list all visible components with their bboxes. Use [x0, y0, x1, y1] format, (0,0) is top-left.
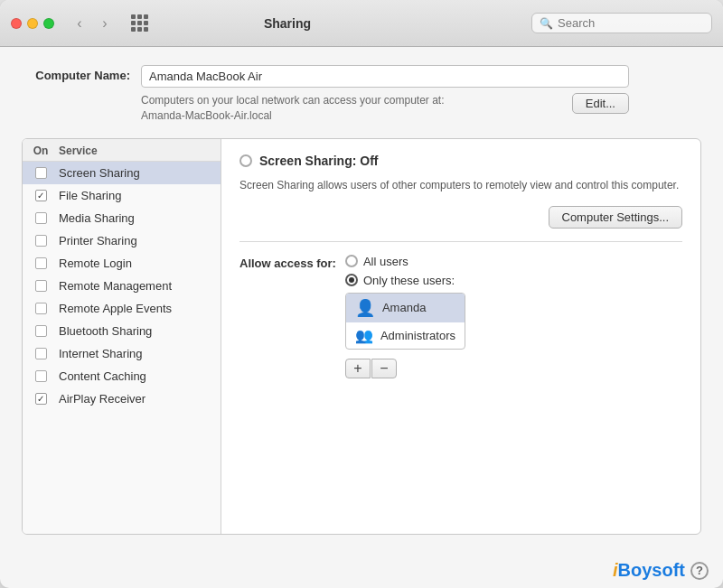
airplay-receiver-label: AirPlay Receiver — [59, 392, 221, 406]
list-controls: + − — [345, 359, 465, 378]
screen-sharing-label: Screen Sharing — [59, 166, 221, 180]
screen-sharing-checkbox-cell — [23, 167, 59, 179]
content-caching-label: Content Caching — [59, 369, 221, 383]
all-users-radio[interactable] — [345, 255, 358, 267]
grid-icon — [131, 14, 148, 32]
bluetooth-sharing-checkbox[interactable] — [35, 325, 47, 337]
airplay-receiver-checkbox[interactable]: ✓ — [35, 393, 47, 405]
media-sharing-label: Media Sharing — [59, 211, 221, 225]
bluetooth-sharing-checkbox-cell — [23, 325, 59, 337]
internet-sharing-label: Internet Sharing — [59, 347, 221, 360]
maximize-button[interactable] — [43, 18, 54, 29]
remote-management-checkbox-cell — [23, 280, 59, 292]
search-icon: 🔍 — [540, 17, 553, 30]
window-title: Sharing — [159, 16, 416, 31]
sidebar-item-internet-sharing[interactable]: Internet Sharing — [23, 342, 221, 365]
remote-login-checkbox[interactable] — [35, 257, 47, 269]
screen-sharing-toggle[interactable] — [239, 154, 252, 167]
sharing-header: Screen Sharing: Off — [239, 154, 682, 168]
sidebar-item-remote-login[interactable]: Remote Login — [23, 252, 221, 275]
file-sharing-label: File Sharing — [59, 189, 221, 202]
nav-buttons: ‹ › — [69, 13, 116, 34]
sidebar-item-bluetooth-sharing[interactable]: Bluetooth Sharing — [23, 320, 221, 342]
airplay-receiver-checkbox-cell: ✓ — [23, 393, 59, 405]
main-panel: On Service Screen Sharing ✓ — [22, 138, 701, 535]
only-these-users-row: Only these users: — [345, 274, 465, 287]
printer-sharing-label: Printer Sharing — [59, 234, 221, 247]
computer-name-row: Computer Name: Computers on your local n… — [22, 65, 701, 124]
remote-apple-events-checkbox[interactable] — [35, 303, 47, 314]
grid-button[interactable] — [127, 13, 152, 34]
computer-settings-button[interactable]: Computer Settings... — [549, 206, 683, 229]
divider — [239, 241, 682, 242]
screen-sharing-desc: Screen Sharing allows users of other com… — [239, 177, 682, 193]
computer-name-right: Computers on your local network can acce… — [141, 65, 701, 124]
brand-name: Boysoft — [618, 560, 685, 580]
brand-logo: iBoysoft — [613, 560, 685, 581]
sidebar-item-airplay-receiver[interactable]: ✓ AirPlay Receiver — [23, 387, 221, 410]
sidebar: On Service Screen Sharing ✓ — [23, 139, 221, 534]
traffic-lights — [11, 18, 54, 29]
content-area: Computer Name: Computers on your local n… — [0, 47, 723, 553]
user-item-administrators[interactable]: 👥 Administrators — [346, 322, 465, 349]
all-users-label: All users — [363, 255, 408, 268]
computer-name-desc: Computers on your local network can acce… — [141, 93, 444, 124]
internet-sharing-checkbox[interactable] — [35, 348, 47, 359]
computer-name-label: Computer Name: — [22, 65, 130, 82]
file-sharing-checkbox-cell: ✓ — [23, 190, 59, 201]
edit-button[interactable]: Edit... — [572, 93, 629, 114]
printer-sharing-checkbox-cell — [23, 235, 59, 247]
window: ‹ › Sharing 🔍 Computer Name: Compute — [0, 0, 723, 588]
user-item-amanda[interactable]: 👤 Amanda — [346, 294, 465, 322]
sidebar-item-content-caching[interactable]: Content Caching — [23, 365, 221, 387]
only-these-users-label: Only these users: — [363, 274, 455, 287]
content-caching-checkbox-cell — [23, 370, 59, 382]
sidebar-item-remote-management[interactable]: Remote Management — [23, 275, 221, 297]
printer-sharing-checkbox[interactable] — [35, 235, 47, 247]
remote-management-label: Remote Management — [59, 279, 221, 293]
help-button[interactable]: ? — [690, 562, 709, 580]
screen-sharing-checkbox[interactable] — [35, 167, 47, 179]
remote-apple-events-checkbox-cell — [23, 303, 59, 314]
close-button[interactable] — [11, 18, 22, 29]
sidebar-item-remote-apple-events[interactable]: Remote Apple Events — [23, 297, 221, 320]
group-icon-administrators: 👥 — [355, 327, 373, 344]
remove-user-button[interactable]: − — [371, 359, 397, 378]
sidebar-item-printer-sharing[interactable]: Printer Sharing — [23, 229, 221, 252]
media-sharing-checkbox[interactable] — [35, 212, 47, 224]
add-user-button[interactable]: + — [345, 359, 371, 378]
user-name-amanda: Amanda — [382, 301, 426, 314]
sidebar-col-service: Service — [59, 145, 221, 157]
remote-login-label: Remote Login — [59, 257, 221, 270]
remote-apple-events-label: Remote Apple Events — [59, 302, 221, 315]
back-button[interactable]: ‹ — [69, 13, 90, 34]
user-name-administrators: Administrators — [380, 329, 455, 342]
file-sharing-checkbox[interactable]: ✓ — [35, 190, 47, 201]
forward-button[interactable]: › — [94, 13, 116, 34]
sidebar-item-media-sharing[interactable]: Media Sharing — [23, 207, 221, 229]
access-options: All users Only these users: 👤 Amanda — [345, 255, 465, 378]
content-caching-checkbox[interactable] — [35, 370, 47, 382]
only-these-users-radio[interactable] — [345, 274, 358, 286]
cn-sub-row: Computers on your local network can acce… — [141, 93, 629, 124]
search-input[interactable] — [558, 16, 693, 30]
remote-login-checkbox-cell — [23, 257, 59, 269]
media-sharing-checkbox-cell — [23, 212, 59, 224]
sidebar-header: On Service — [23, 139, 221, 162]
minimize-button[interactable] — [27, 18, 38, 29]
right-panel: Screen Sharing: Off Screen Sharing allow… — [221, 139, 700, 534]
sidebar-item-screen-sharing[interactable]: Screen Sharing — [23, 162, 221, 184]
user-icon-amanda: 👤 — [355, 298, 375, 318]
remote-management-checkbox[interactable] — [35, 280, 47, 292]
sidebar-item-file-sharing[interactable]: ✓ File Sharing — [23, 184, 221, 207]
bottom-bar: iBoysoft ? — [0, 553, 723, 588]
search-box[interactable]: 🔍 — [531, 13, 712, 33]
allow-access-label: Allow access for: — [239, 255, 336, 270]
bluetooth-sharing-label: Bluetooth Sharing — [59, 324, 221, 338]
access-row: Allow access for: All users Only these u… — [239, 255, 682, 378]
computer-name-input[interactable] — [141, 65, 629, 88]
screen-sharing-title: Screen Sharing: Off — [259, 154, 378, 168]
titlebar: ‹ › Sharing 🔍 — [0, 0, 723, 47]
internet-sharing-checkbox-cell — [23, 348, 59, 359]
sidebar-col-on: On — [23, 145, 59, 157]
